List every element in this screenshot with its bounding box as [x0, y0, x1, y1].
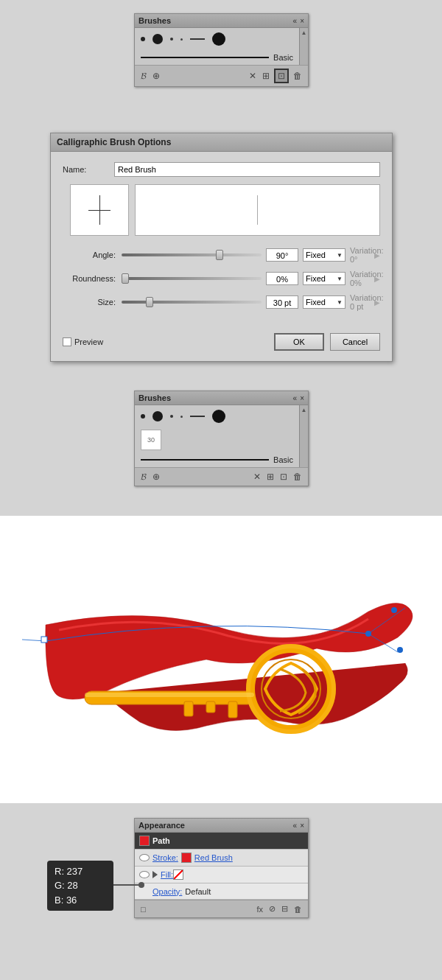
angle-variation-label: Variation: 0°	[350, 246, 372, 264]
brush-dot-5[interactable]	[190, 38, 205, 40]
scroll-up-1[interactable]: ▲	[301, 29, 307, 36]
square-icon[interactable]: □	[139, 904, 147, 914]
ok-button[interactable]: OK	[274, 333, 324, 351]
brush-dot-2-1[interactable]	[141, 414, 145, 419]
copy-icon-1[interactable]: ⊞	[261, 70, 271, 82]
canvas-area	[0, 516, 442, 803]
brushes-controls-2: « ×	[293, 394, 304, 402]
size-type-label: Fixed	[306, 298, 326, 307]
art-icon-1[interactable]: ⊕	[151, 70, 161, 82]
brush-dot-6[interactable]	[212, 32, 225, 46]
stroke-color-swatch[interactable]	[181, 853, 192, 863]
appearance-close[interactable]: ×	[300, 822, 304, 830]
appearance-panel: Appearance « × Path Stroke: Red Brush Fi…	[134, 818, 309, 918]
angle-track[interactable]	[122, 253, 262, 256]
anchor-left[interactable]	[41, 637, 47, 643]
clear-icon[interactable]: ⊘	[267, 903, 277, 914]
fx-icon[interactable]: fx	[255, 904, 264, 914]
cancel-button[interactable]: Cancel	[330, 333, 380, 351]
brushes-scroll-1[interactable]: ▲	[299, 28, 308, 65]
roundness-track[interactable]	[122, 277, 262, 280]
delete-icon-1[interactable]: ✕	[248, 70, 258, 82]
stroke-brush-name[interactable]: Red Brush	[194, 853, 233, 862]
roundness-variation-label: Variation: 0%	[350, 270, 372, 287]
handle-dot-2[interactable]	[397, 647, 403, 653]
stroke-label[interactable]: Stroke:	[152, 853, 178, 862]
roundness-type-dropdown[interactable]: Fixed ▼	[303, 272, 345, 285]
fill-visibility-icon[interactable]	[139, 871, 150, 878]
new-brush-icon-1[interactable]: ⊡	[274, 69, 289, 83]
appearance-toolbar: □ fx ⊘ ⊟ 🗑	[135, 900, 308, 917]
scatter-icon-2[interactable]: 𝓑	[139, 471, 148, 483]
fill-swatch[interactable]	[173, 869, 183, 880]
size-value[interactable]: 30 pt	[266, 295, 298, 309]
brush-dot-2-5[interactable]	[190, 416, 205, 417]
copy-appearance-icon[interactable]: ⊟	[280, 903, 290, 914]
copy-icon-2[interactable]: ⊞	[265, 471, 276, 483]
new-brush-icon-2[interactable]: ⊡	[278, 471, 289, 483]
angle-type-dropdown[interactable]: Fixed ▼	[303, 248, 345, 262]
appearance-title: Appearance	[138, 821, 185, 830]
brushes-close-1[interactable]: ×	[300, 17, 304, 25]
angle-value[interactable]: 90°	[266, 248, 298, 262]
anchor-right[interactable]	[365, 631, 371, 637]
brush-dot-2-3[interactable]	[170, 415, 173, 418]
appearance-collapse[interactable]: «	[293, 822, 298, 830]
brush-dot-3[interactable]	[170, 38, 173, 41]
brushes-scroll-2[interactable]: ▲	[299, 405, 308, 467]
angle-thumb[interactable]	[216, 250, 223, 260]
tooth-1	[184, 701, 193, 716]
brush-dot-2-6[interactable]	[212, 410, 225, 423]
size-thumb[interactable]	[146, 297, 153, 307]
trash-icon-2[interactable]: 🗑	[292, 471, 304, 483]
roundness-value[interactable]: 0%	[266, 272, 298, 285]
roundness-type-label: Fixed	[306, 274, 326, 283]
fill-expand-arrow[interactable]	[152, 871, 158, 878]
opacity-value: Default	[185, 887, 211, 896]
handle-dot-1[interactable]	[391, 607, 397, 613]
delete-appearance-icon[interactable]: 🗑	[292, 904, 304, 914]
brushes-toolbar-1: 𝓑 ⊕ ✕ ⊞ ⊡ 🗑	[135, 65, 308, 86]
opacity-row: Opacity: Default	[135, 883, 308, 900]
illustration-svg	[0, 516, 442, 803]
fill-label[interactable]: Fill:	[161, 870, 173, 879]
new-brush-item[interactable]: 30	[135, 427, 299, 452]
roundness-dropdown-arrow: ▼	[337, 276, 343, 282]
roundness-variation-arrow: ▶	[374, 275, 380, 283]
brushes-collapse-2[interactable]: «	[293, 394, 298, 402]
brushes-close-2[interactable]: ×	[300, 394, 304, 402]
brush-dot-4[interactable]	[180, 38, 183, 41]
size-variation-arrow: ▶	[374, 298, 380, 307]
preview-checkbox[interactable]	[63, 337, 71, 346]
size-variation-label: Variation: 0 pt	[350, 293, 372, 311]
brush-dot-2-4[interactable]	[180, 416, 183, 418]
basic-row-1: Basic	[135, 50, 299, 65]
scroll-up-2[interactable]: ▲	[301, 407, 307, 413]
preview-vline	[257, 195, 258, 225]
dialog-footer: Preview OK Cancel	[51, 327, 392, 361]
stroke-row: Stroke: Red Brush	[135, 850, 308, 867]
brushes-collapse-1[interactable]: «	[293, 17, 298, 25]
brush-dot-2-2[interactable]	[152, 411, 163, 421]
badge-connector-dot	[138, 882, 144, 888]
size-track[interactable]	[122, 301, 262, 304]
brush-dot-2[interactable]	[152, 34, 163, 44]
roundness-label: Roundness:	[63, 274, 122, 283]
name-input[interactable]	[114, 162, 380, 177]
name-label: Name:	[63, 165, 114, 174]
fill-row: Fill:	[135, 867, 308, 883]
trash-icon-1[interactable]: 🗑	[292, 70, 304, 82]
brushes-title-2: Brushes	[138, 393, 171, 402]
delete-icon-2[interactable]: ✕	[252, 471, 262, 483]
brushes-main-2: 30 Basic	[135, 405, 299, 467]
brushes-titlebar-2: Brushes « ×	[135, 391, 308, 405]
stroke-visibility-icon[interactable]	[139, 854, 150, 861]
brush-dot-1[interactable]	[141, 37, 145, 41]
art-icon-2[interactable]: ⊕	[151, 471, 161, 483]
size-label: Size:	[63, 298, 122, 307]
roundness-thumb[interactable]	[122, 273, 129, 284]
size-type-dropdown[interactable]: Fixed ▼	[303, 295, 345, 309]
brushes-toolbar-2: 𝓑 ⊕ ✕ ⊞ ⊡ 🗑	[135, 467, 308, 486]
opacity-label[interactable]: Opacity:	[152, 887, 182, 896]
scatter-icon-1[interactable]: 𝓑	[139, 70, 148, 82]
